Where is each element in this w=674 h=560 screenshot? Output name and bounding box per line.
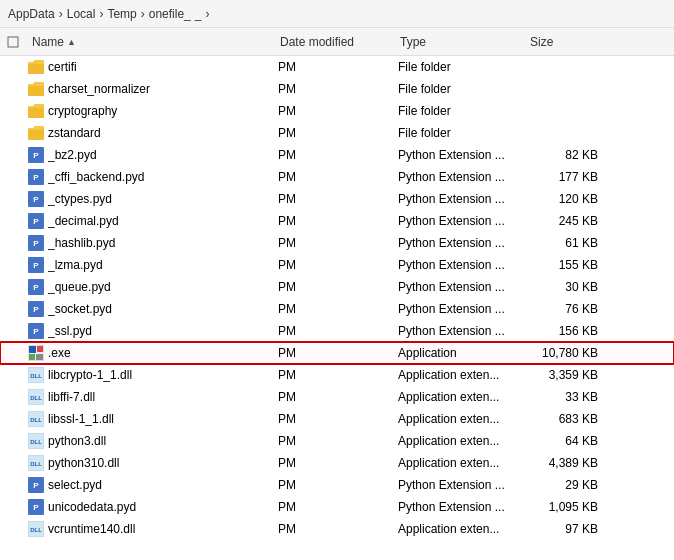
file-date-cell: PM bbox=[270, 280, 390, 294]
svg-text:DLL: DLL bbox=[30, 439, 42, 445]
table-row[interactable]: cryptographyPMFile folder bbox=[0, 100, 674, 122]
file-date-cell: PM bbox=[270, 170, 390, 184]
table-row[interactable]: certifiPMFile folder bbox=[0, 56, 674, 78]
table-row[interactable]: DLL vcruntime140.dllPMApplication exten.… bbox=[0, 518, 674, 540]
file-size-cell: 33 KB bbox=[520, 390, 610, 404]
file-type-cell: File folder bbox=[390, 126, 520, 140]
pyd-icon: P bbox=[28, 499, 44, 515]
file-type-cell: Python Extension ... bbox=[390, 324, 520, 338]
file-date-cell: PM bbox=[270, 456, 390, 470]
table-row[interactable]: .exePMApplication10,780 KB bbox=[0, 342, 674, 364]
svg-text:P: P bbox=[33, 305, 39, 314]
file-name-cell: P _decimal.pyd bbox=[0, 213, 270, 229]
col-header-date[interactable]: Date modified bbox=[272, 33, 392, 51]
table-row[interactable]: DLL python310.dllPMApplication exten...4… bbox=[0, 452, 674, 474]
file-name-text: _socket.pyd bbox=[48, 302, 112, 316]
table-row[interactable]: DLL libcrypto-1_1.dllPMApplication exten… bbox=[0, 364, 674, 386]
col-header-type[interactable]: Type bbox=[392, 33, 522, 51]
file-size-cell: 3,359 KB bbox=[520, 368, 610, 382]
file-name-cell: P _bz2.pyd bbox=[0, 147, 270, 163]
table-row[interactable]: P _cffi_backend.pydPMPython Extension ..… bbox=[0, 166, 674, 188]
file-name-cell: DLL python310.dll bbox=[0, 455, 270, 471]
file-date-cell: PM bbox=[270, 60, 390, 74]
file-date-cell: PM bbox=[270, 258, 390, 272]
file-name-cell: P select.pyd bbox=[0, 477, 270, 493]
breadcrumb-sep-3: › bbox=[141, 7, 145, 21]
svg-rect-23 bbox=[36, 354, 43, 360]
table-row[interactable]: charset_normalizerPMFile folder bbox=[0, 78, 674, 100]
table-row[interactable]: DLL python3.dllPMApplication exten...64 … bbox=[0, 430, 674, 452]
file-date-cell: PM bbox=[270, 390, 390, 404]
pyd-icon: P bbox=[28, 169, 44, 185]
file-date-cell: PM bbox=[270, 434, 390, 448]
file-name-cell: P _lzma.pyd bbox=[0, 257, 270, 273]
file-name-text: .exe bbox=[48, 346, 71, 360]
dll-icon: DLL bbox=[28, 411, 44, 427]
file-name-text: charset_normalizer bbox=[48, 82, 150, 96]
breadcrumb-part-3[interactable]: Temp bbox=[107, 7, 136, 21]
file-type-cell: Python Extension ... bbox=[390, 192, 520, 206]
file-type-cell: Application bbox=[390, 346, 520, 360]
file-type-cell: Application exten... bbox=[390, 390, 520, 404]
file-type-cell: File folder bbox=[390, 82, 520, 96]
breadcrumb-part-4[interactable]: onefile_ bbox=[149, 7, 191, 21]
file-type-cell: Python Extension ... bbox=[390, 500, 520, 514]
table-row[interactable]: P select.pydPMPython Extension ...29 KB bbox=[0, 474, 674, 496]
file-name-text: select.pyd bbox=[48, 478, 102, 492]
file-name-text: python3.dll bbox=[48, 434, 106, 448]
pyd-icon: P bbox=[28, 477, 44, 493]
table-row[interactable]: P _hashlib.pydPMPython Extension ...61 K… bbox=[0, 232, 674, 254]
file-name-cell: cryptography bbox=[0, 103, 270, 119]
column-headers: Name ▲ Date modified Type Size bbox=[0, 28, 674, 56]
file-size-cell: 4,389 KB bbox=[520, 456, 610, 470]
table-row[interactable]: P _decimal.pydPMPython Extension ...245 … bbox=[0, 210, 674, 232]
header-checkbox[interactable] bbox=[2, 36, 24, 48]
file-name-cell: certifi bbox=[0, 59, 270, 75]
table-row[interactable]: P _queue.pydPMPython Extension ...30 KB bbox=[0, 276, 674, 298]
file-size-cell: 10,780 KB bbox=[520, 346, 610, 360]
table-row[interactable]: DLL libssl-1_1.dllPMApplication exten...… bbox=[0, 408, 674, 430]
file-size-cell: 29 KB bbox=[520, 478, 610, 492]
file-type-cell: Application exten... bbox=[390, 434, 520, 448]
file-date-cell: PM bbox=[270, 214, 390, 228]
file-type-cell: Python Extension ... bbox=[390, 302, 520, 316]
file-name-cell: .exe bbox=[0, 345, 270, 361]
file-size-cell: 76 KB bbox=[520, 302, 610, 316]
file-list: certifiPMFile folder charset_normalizerP… bbox=[0, 56, 674, 540]
table-row[interactable]: P _bz2.pydPMPython Extension ...82 KB bbox=[0, 144, 674, 166]
svg-text:P: P bbox=[33, 217, 39, 226]
breadcrumb-part-1[interactable]: AppData bbox=[8, 7, 55, 21]
folder-icon bbox=[28, 59, 44, 75]
file-date-cell: PM bbox=[270, 368, 390, 382]
breadcrumb-underscore: _ bbox=[195, 7, 202, 21]
file-date-cell: PM bbox=[270, 104, 390, 118]
breadcrumb-part-2[interactable]: Local bbox=[67, 7, 96, 21]
folder-icon bbox=[28, 103, 44, 119]
svg-rect-0 bbox=[8, 37, 18, 47]
file-name-cell: DLL libffi-7.dll bbox=[0, 389, 270, 405]
table-row[interactable]: P _ctypes.pydPMPython Extension ...120 K… bbox=[0, 188, 674, 210]
pyd-icon: P bbox=[28, 323, 44, 339]
table-row[interactable]: P _ssl.pydPMPython Extension ...156 KB bbox=[0, 320, 674, 342]
svg-text:P: P bbox=[33, 173, 39, 182]
file-name-cell: P unicodedata.pyd bbox=[0, 499, 270, 515]
file-type-cell: Application exten... bbox=[390, 368, 520, 382]
file-name-text: _bz2.pyd bbox=[48, 148, 97, 162]
file-type-cell: Python Extension ... bbox=[390, 170, 520, 184]
table-row[interactable]: zstandardPMFile folder bbox=[0, 122, 674, 144]
sort-arrow-icon: ▲ bbox=[67, 37, 76, 47]
file-name-text: _ctypes.pyd bbox=[48, 192, 112, 206]
file-name-text: _cffi_backend.pyd bbox=[48, 170, 145, 184]
svg-rect-22 bbox=[29, 354, 35, 360]
col-header-name[interactable]: Name ▲ bbox=[24, 33, 272, 51]
svg-text:P: P bbox=[33, 481, 39, 490]
file-date-cell: PM bbox=[270, 236, 390, 250]
file-name-text: vcruntime140.dll bbox=[48, 522, 135, 536]
col-header-size[interactable]: Size bbox=[522, 33, 612, 51]
table-row[interactable]: P _lzma.pydPMPython Extension ...155 KB bbox=[0, 254, 674, 276]
file-name-cell: P _hashlib.pyd bbox=[0, 235, 270, 251]
table-row[interactable]: P unicodedata.pydPMPython Extension ...1… bbox=[0, 496, 674, 518]
dll-icon: DLL bbox=[28, 389, 44, 405]
table-row[interactable]: P _socket.pydPMPython Extension ...76 KB bbox=[0, 298, 674, 320]
table-row[interactable]: DLL libffi-7.dllPMApplication exten...33… bbox=[0, 386, 674, 408]
